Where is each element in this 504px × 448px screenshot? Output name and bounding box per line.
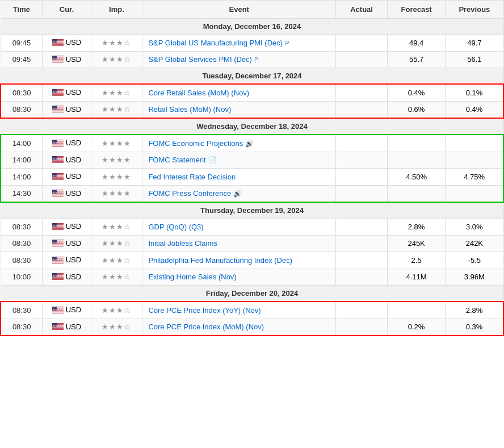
svg-text:★★★★★★: ★★★★★★ — [52, 158, 64, 160]
currency-code: USD — [66, 88, 81, 97]
svg-text:★★★★★★: ★★★★★★ — [52, 40, 64, 43]
event-name[interactable]: S&P Global Services PMI (Dec)P — [142, 51, 336, 68]
svg-rect-40 — [52, 143, 64, 144]
event-forecast: 0.4% — [388, 84, 446, 101]
currency-code: USD — [66, 222, 81, 231]
svg-rect-51 — [52, 162, 64, 162]
event-link[interactable]: Fed Interest Rate Decision — [148, 173, 236, 181]
event-actual — [336, 319, 388, 336]
event-link[interactable]: FOMC Economic Projections — [148, 139, 243, 148]
svg-rect-4 — [52, 43, 64, 43]
event-link[interactable]: Retail Sales (MoM) (Nov) — [148, 105, 231, 114]
svg-rect-14 — [52, 60, 64, 61]
event-forecast: 0.2% — [388, 319, 446, 336]
event-name[interactable]: FOMC Press Conference🔊 — [142, 185, 336, 202]
event-currency: ★★★★★★ USD — [43, 235, 91, 252]
event-link[interactable]: Core Retail Sales (MoM) (Nov) — [148, 89, 249, 97]
col-header-time: Time — [1, 1, 43, 19]
event-link[interactable]: GDP (QoQ) (Q3) — [148, 223, 203, 231]
day-header-row: Friday, December 20, 2024 — [1, 286, 503, 302]
event-previous — [446, 185, 503, 202]
event-link[interactable]: Core PCE Price Index (YoY) (Nov) — [148, 306, 261, 315]
event-forecast: 2.5 — [388, 252, 446, 269]
event-currency: ★★★★★★ USD — [43, 219, 91, 236]
currency-code: USD — [66, 55, 81, 64]
event-link[interactable]: Initial Jobless Claims — [148, 239, 217, 248]
event-link[interactable]: S&P Global Services PMI (Dec) — [148, 55, 252, 64]
currency-flag: ★★★★★★ USD — [52, 55, 81, 64]
event-name[interactable]: Core PCE Price Index (YoY) (Nov) — [142, 302, 336, 319]
event-currency: ★★★★★★ USD — [43, 252, 91, 269]
currency-flag: ★★★★★★ USD — [52, 305, 81, 314]
event-name[interactable]: FOMC Economic Projections🔊 — [142, 135, 336, 152]
day-header-label: Wednesday, December 18, 2024 — [1, 118, 503, 135]
table-row: 09:45 ★★★★★★ USD★★★☆S&P Global US Manufa… — [1, 35, 503, 52]
event-link[interactable]: S&P Global US Manufacturing PMI (Dec) — [148, 39, 283, 47]
svg-rect-113 — [52, 311, 64, 312]
event-previous: 0.1% — [446, 84, 503, 101]
day-header-row: Tuesday, December 17, 2024 — [1, 68, 503, 85]
event-link[interactable]: Core PCE Price Index (MoM) (Nov) — [148, 323, 264, 331]
event-name[interactable]: GDP (QoQ) (Q3) — [142, 219, 336, 236]
svg-rect-104 — [52, 278, 64, 278]
svg-rect-103 — [52, 277, 64, 277]
day-header-row: Thursday, December 19, 2024 — [1, 202, 503, 219]
importance-stars: ★★★☆ — [102, 223, 131, 231]
svg-rect-67 — [52, 193, 64, 194]
svg-rect-112 — [52, 310, 64, 311]
event-previous: 0.3% — [446, 319, 503, 336]
table-row: 08:30 ★★★★★★ USD★★★☆Core PCE Price Index… — [1, 302, 503, 319]
currency-flag: ★★★★★★ USD — [52, 172, 81, 181]
currency-flag: ★★★★★★ USD — [52, 139, 81, 147]
event-name[interactable]: Core Retail Sales (MoM) (Nov) — [142, 84, 336, 101]
event-name[interactable]: S&P Global US Manufacturing PMI (Dec)P — [142, 35, 336, 52]
event-previous: -5.5 — [446, 252, 503, 269]
currency-flag: ★★★★★★ USD — [52, 156, 81, 164]
svg-text:★★★★★★: ★★★★★★ — [52, 107, 64, 110]
day-header-label: Tuesday, December 17, 2024 — [1, 68, 503, 85]
event-actual — [336, 152, 388, 169]
event-previous: 49.7 — [446, 35, 503, 52]
speaker-icon: 🔊 — [245, 140, 254, 148]
event-time: 14:00 — [1, 152, 43, 169]
event-name[interactable]: Philadelphia Fed Manufacturing Index (De… — [142, 252, 336, 269]
event-link[interactable]: Philadelphia Fed Manufacturing Index (De… — [148, 256, 292, 265]
col-header-forecast: Forecast — [388, 1, 446, 19]
event-name[interactable]: Retail Sales (MoM) (Nov) — [142, 101, 336, 118]
day-header-row: Monday, December 16, 2024 — [1, 19, 503, 35]
event-link[interactable]: Existing Home Sales (Nov) — [148, 273, 236, 281]
event-name[interactable]: Fed Interest Rate Decision — [142, 169, 336, 186]
importance-stars: ★★★☆ — [102, 89, 131, 97]
event-name[interactable]: Existing Home Sales (Nov) — [142, 269, 336, 286]
event-actual — [336, 169, 388, 186]
event-forecast: 245K — [388, 235, 446, 252]
currency-flag: ★★★★★★ USD — [52, 105, 81, 114]
currency-flag: ★★★★★★ USD — [52, 189, 81, 198]
svg-text:★★★★★★: ★★★★★★ — [52, 258, 64, 260]
currency-flag: ★★★★★★ USD — [52, 88, 81, 97]
event-actual — [336, 185, 388, 202]
event-link[interactable]: FOMC Statement — [148, 156, 205, 164]
svg-rect-114 — [52, 312, 64, 313]
svg-rect-6 — [52, 45, 64, 45]
event-forecast — [388, 185, 446, 202]
svg-rect-58 — [52, 177, 64, 177]
importance-stars: ★★★☆ — [102, 273, 131, 281]
event-time: 14:00 — [1, 135, 43, 152]
svg-rect-42 — [52, 145, 64, 146]
currency-code: USD — [66, 172, 81, 181]
event-importance: ★★★☆ — [91, 219, 142, 236]
event-link[interactable]: FOMC Press Conference — [148, 189, 231, 198]
event-name[interactable]: FOMC Statement📄 — [142, 152, 336, 169]
svg-rect-5 — [52, 44, 64, 44]
event-name[interactable]: Core PCE Price Index (MoM) (Nov) — [142, 319, 336, 336]
event-previous: 0.4% — [446, 101, 503, 118]
day-header-row: Wednesday, December 18, 2024 — [1, 118, 503, 135]
event-currency: ★★★★★★ USD — [43, 185, 91, 202]
event-currency: ★★★★★★ USD — [43, 269, 91, 286]
economic-calendar: Time Cur. Imp. Event Actual Forecast Pre… — [0, 0, 504, 336]
event-importance: ★★★☆ — [91, 84, 142, 101]
event-name[interactable]: Initial Jobless Claims — [142, 235, 336, 252]
event-time: 08:30 — [1, 235, 43, 252]
table-row: 08:30 ★★★★★★ USD★★★☆Initial Jobless Clai… — [1, 235, 503, 252]
